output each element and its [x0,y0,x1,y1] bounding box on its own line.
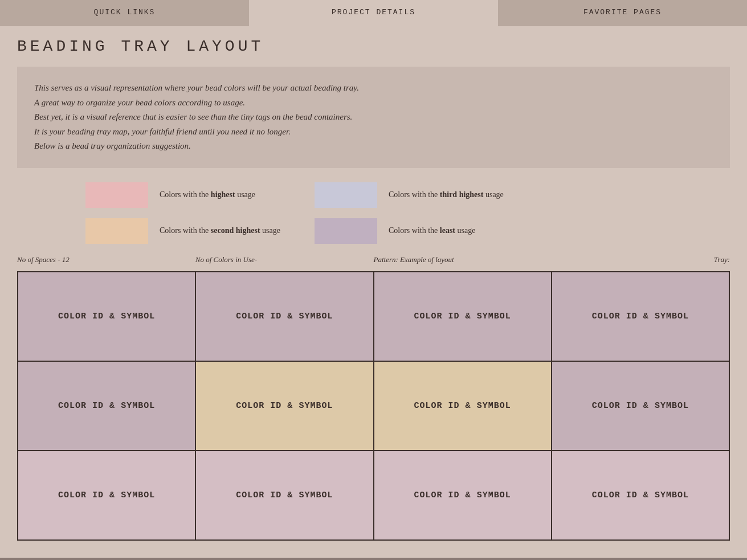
legend-label-second: Colors with the second highest usage [160,226,280,235]
tray-cell-r3c3[interactable]: COLOR ID & SYMBOL [374,451,551,539]
page-title: BEADING TRAY LAYOUT [17,38,730,55]
tab-bar: QUICK LINKS PROJECT DETAILS FAVORITE PAG… [0,0,747,26]
stat-tray: Tray: [552,255,730,264]
stat-pattern: Pattern: Example of layout [374,255,552,264]
tray-grid: COLOR ID & SYMBOL COLOR ID & SYMBOL COLO… [17,271,730,541]
tray-cell-r2c4[interactable]: COLOR ID & SYMBOL [552,362,729,450]
legend-swatch-least [315,218,377,244]
tray-cell-r3c2[interactable]: COLOR ID & SYMBOL [196,451,373,539]
legend-left: Colors with the highest usage Colors wit… [85,182,280,244]
stat-colors: No of Colors in Use- [195,255,374,264]
tray-cell-r3c4[interactable]: COLOR ID & SYMBOL [552,451,729,539]
description-text: This serves as a visual representation w… [34,81,713,154]
main-content: BEADING TRAY LAYOUT This serves as a vis… [0,26,747,558]
legend-label-third: Colors with the third highest usage [389,190,504,199]
legend-swatch-third [315,182,377,208]
tray-cell-r3c1[interactable]: COLOR ID & SYMBOL [18,451,195,539]
tray-cell-r1c4[interactable]: COLOR ID & SYMBOL [552,272,729,361]
legend-item-third: Colors with the third highest usage [315,182,504,208]
legend-swatch-highest [85,182,148,208]
legend-item-highest: Colors with the highest usage [85,182,280,208]
tab-project-details[interactable]: PROJECT DETAILS [249,0,498,26]
tray-cell-r1c3[interactable]: COLOR ID & SYMBOL [374,272,551,361]
tray-cell-r2c3[interactable]: COLOR ID & SYMBOL [374,362,551,450]
legend-label-highest: Colors with the highest usage [160,190,255,199]
stat-spaces: No of Spaces - 12 [17,255,195,264]
legend-item-second: Colors with the second highest usage [85,218,280,244]
tray-cell-r1c2[interactable]: COLOR ID & SYMBOL [196,272,373,361]
stats-row: No of Spaces - 12 No of Colors in Use- P… [17,255,730,264]
tray-cell-r2c2[interactable]: COLOR ID & SYMBOL [196,362,373,450]
description-box: This serves as a visual representation w… [17,67,730,168]
legend: Colors with the highest usage Colors wit… [17,182,730,244]
tray-cell-r1c1[interactable]: COLOR ID & SYMBOL [18,272,195,361]
tray-cell-r2c1[interactable]: COLOR ID & SYMBOL [18,362,195,450]
legend-label-least: Colors with the least usage [389,226,475,235]
tab-quick-links[interactable]: QUICK LINKS [0,0,249,26]
tab-favorite-pages[interactable]: FAVORITE PAGES [498,0,747,26]
legend-item-least: Colors with the least usage [315,218,504,244]
legend-right: Colors with the third highest usage Colo… [315,182,504,244]
legend-swatch-second [85,218,148,244]
